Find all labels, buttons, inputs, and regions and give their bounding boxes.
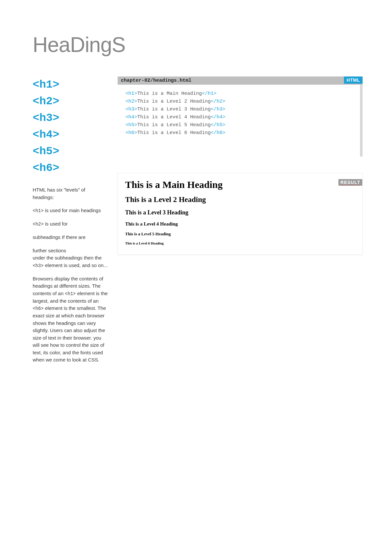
close-tag: </h3>: [211, 107, 225, 112]
code-filename: chapter-02/headings.html: [118, 76, 363, 85]
content-wrapper: <h1> <h2> <h3> <h4> <h5> <h6> HTML has s…: [33, 76, 363, 370]
close-tag: </h2>: [211, 99, 225, 104]
close-tag: </h1>: [202, 91, 217, 96]
open-tag: <h2>: [125, 99, 137, 104]
desc-p5: Browsers display the contents of heading…: [33, 275, 108, 364]
code-language-label: HTML: [344, 76, 363, 84]
code-text: This is a Level 5 Heading: [137, 122, 211, 128]
tag-h6: <h6>: [33, 160, 108, 177]
inline-code-h1: <h1>: [33, 208, 44, 213]
code-example-box: chapter-02/headings.html HTML <h1>This i…: [118, 76, 363, 157]
desc-p5-after: element is the smallest. The exact size …: [33, 305, 106, 362]
close-tag: </h4>: [211, 114, 225, 120]
desc-p4-l2: under the subheadings then the: [33, 255, 102, 261]
open-tag: <h6>: [125, 130, 137, 136]
tag-h5: <h5>: [33, 143, 108, 160]
code-text: This is a Level 3 Heading: [137, 107, 211, 112]
open-tag: <h3>: [125, 107, 137, 112]
desc-p4-l1: further sections: [33, 248, 66, 253]
result-heading-2: This is a Level 2 Heading: [125, 195, 355, 204]
tag-h1: <h1>: [33, 76, 108, 93]
desc-p1-text: is used for main headings: [44, 208, 101, 213]
code-line: <h5>This is a Level 5 Heading</h5>: [125, 121, 352, 129]
left-column: <h1> <h2> <h3> <h4> <h5> <h6> HTML has s…: [33, 76, 108, 370]
code-line: <h2>This is a Level 2 Heading</h2>: [125, 98, 352, 106]
inline-code-h2: <h2>: [33, 222, 44, 227]
open-tag: <h4>: [125, 114, 137, 120]
result-heading-1: This is a Main Heading: [125, 179, 355, 190]
description-text: HTML has six "levels" of headings: <h1> …: [33, 186, 108, 364]
desc-intro: HTML has six "levels" of headings:: [33, 186, 108, 201]
code-body: <h1>This is a Main Heading</h1> <h2>This…: [118, 85, 363, 157]
result-heading-5: This is a Level 5 Heading: [125, 231, 355, 237]
close-tag: </h5>: [211, 122, 225, 128]
result-heading-6: This is a Level 6 Heading: [125, 241, 355, 245]
tag-h4: <h4>: [33, 126, 108, 143]
desc-p2-text: is used for: [44, 221, 68, 227]
code-line: <h1>This is a Main Heading</h1>: [125, 90, 352, 98]
code-text: This is a Main Heading: [137, 91, 202, 96]
desc-p4-l3: element is used, and so on...: [44, 262, 108, 268]
open-tag: <h1>: [125, 91, 137, 96]
close-tag: </h6>: [211, 130, 225, 136]
tag-h3: <h3>: [33, 110, 108, 126]
tag-h2: <h2>: [33, 93, 108, 110]
heading-tag-list: <h1> <h2> <h3> <h4> <h5> <h6>: [33, 76, 108, 177]
result-label: RESULT: [338, 179, 362, 186]
code-text: This is a Level 4 Heading: [137, 114, 211, 120]
page-title: HeaDingS: [33, 33, 363, 57]
result-heading-4: This is a Level 4 Heading: [125, 221, 355, 227]
result-heading-3: This is a Level 3 Heading: [125, 209, 355, 216]
code-text: This is a Level 6 Heading: [137, 130, 211, 136]
code-line: <h6>This is a Level 6 Heading</h6>: [125, 129, 352, 137]
desc-p4: further sections under the subheadings t…: [33, 247, 108, 269]
code-line: <h4>This is a Level 4 Heading</h4>: [125, 113, 352, 121]
code-text: This is a Level 2 Heading: [137, 99, 211, 104]
right-column: chapter-02/headings.html HTML <h1>This i…: [118, 76, 363, 370]
inline-code-h1-b: <h1>: [65, 291, 76, 296]
inline-code-h6-b: <h6>: [33, 306, 44, 311]
inline-code-h3: <h3>: [33, 263, 44, 268]
desc-p1: <h1> is used for main headings: [33, 207, 108, 214]
result-box: RESULT This is a Main Heading This is a …: [118, 173, 363, 255]
code-line: <h3>This is a Level 3 Heading</h3>: [125, 106, 352, 113]
desc-p2: <h2> is used for: [33, 220, 108, 228]
desc-p3: subheadings If there are: [33, 234, 108, 241]
open-tag: <h5>: [125, 122, 137, 128]
